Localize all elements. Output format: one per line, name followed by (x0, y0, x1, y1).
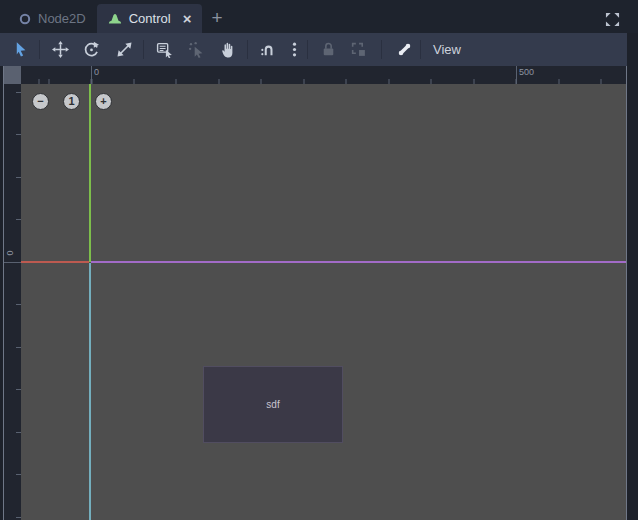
list-select-tool-icon (156, 41, 173, 58)
move-tool-button[interactable] (48, 37, 73, 62)
vertical-ruler[interactable]: 0 (4, 84, 21, 520)
close-icon[interactable]: × (183, 11, 192, 26)
list-select-tool-button[interactable] (152, 37, 177, 62)
pan-tool-icon (219, 41, 236, 58)
toolbar-separator (420, 40, 421, 59)
zoom-reset-icon: 1 (68, 96, 74, 107)
scene-tab-bar: Node2D Control × + (0, 0, 638, 33)
ruler-corner (4, 66, 21, 84)
expand-icon (605, 12, 620, 27)
toolbar-separator (247, 40, 248, 59)
scale-tool-button[interactable] (112, 37, 137, 62)
skeleton-bone-icon (396, 41, 413, 58)
toolbar-separator (307, 40, 308, 59)
pan-tool-button[interactable] (215, 37, 240, 62)
horizontal-ruler[interactable]: 0 500 (21, 66, 626, 84)
snap-tool-icon (260, 41, 277, 58)
ruler-major-tick (4, 262, 21, 263)
toolbar-separator (381, 40, 382, 59)
add-scene-tab-button[interactable]: + (202, 8, 231, 33)
x-axis-line (21, 261, 89, 263)
snap-options-icon (286, 41, 303, 58)
canvas-area[interactable]: − 1 + sdf (21, 84, 626, 520)
ungroup-button[interactable] (346, 37, 371, 62)
viewport-top-edge-line (91, 261, 626, 263)
lock-icon (320, 41, 337, 58)
select-subnodes-icon (188, 41, 205, 58)
ruler-major-tick (91, 66, 92, 84)
tab-control[interactable]: Control × (97, 4, 203, 33)
zoom-out-icon: − (37, 96, 43, 107)
zoom-reset-button[interactable]: 1 (63, 93, 80, 110)
tab-label: Control (129, 11, 171, 26)
toolbar-separator (39, 40, 40, 59)
lock-button[interactable] (316, 37, 341, 62)
node2d-icon (19, 13, 31, 25)
tab-node2d[interactable]: Node2D (8, 4, 97, 33)
canvas-toolbar: View (0, 33, 627, 66)
zoom-out-button[interactable]: − (32, 93, 49, 110)
y-axis-line (89, 84, 91, 262)
ungroup-icon (350, 41, 367, 58)
ruler-major-tick (516, 66, 517, 84)
select-tool-button[interactable] (8, 37, 33, 62)
toolbar-separator (143, 40, 144, 59)
viewport-left-edge-line (89, 263, 91, 520)
rotate-tool-icon (83, 41, 100, 58)
2d-viewport: 0 500 0 − 1 + sdf (3, 66, 627, 520)
zoom-in-icon: + (100, 96, 106, 107)
snap-tool-button[interactable] (256, 37, 281, 62)
tab-label: Node2D (38, 11, 86, 26)
control-icon (108, 13, 122, 25)
snap-options-button[interactable] (285, 37, 304, 62)
move-tool-icon (52, 41, 69, 58)
skeleton-tool-button[interactable] (392, 37, 417, 62)
view-menu-button[interactable]: View (424, 33, 470, 66)
expand-button[interactable] (602, 9, 622, 29)
zoom-in-button[interactable]: + (95, 93, 112, 110)
ruler-label-500: 500 (519, 67, 534, 77)
godot-2d-editor: Node2D Control × + (0, 0, 638, 520)
canvas-button-label: sdf (266, 399, 279, 410)
scale-tool-icon (116, 41, 133, 58)
rotate-tool-button[interactable] (79, 37, 104, 62)
ruler-label-0-vertical: 0 (5, 250, 15, 255)
select-tool-icon (12, 41, 29, 58)
ruler-label-0: 0 (94, 67, 99, 77)
view-menu-label: View (433, 42, 461, 57)
select-subnodes-button[interactable] (184, 37, 209, 62)
canvas-button-sdf[interactable]: sdf (203, 366, 343, 443)
